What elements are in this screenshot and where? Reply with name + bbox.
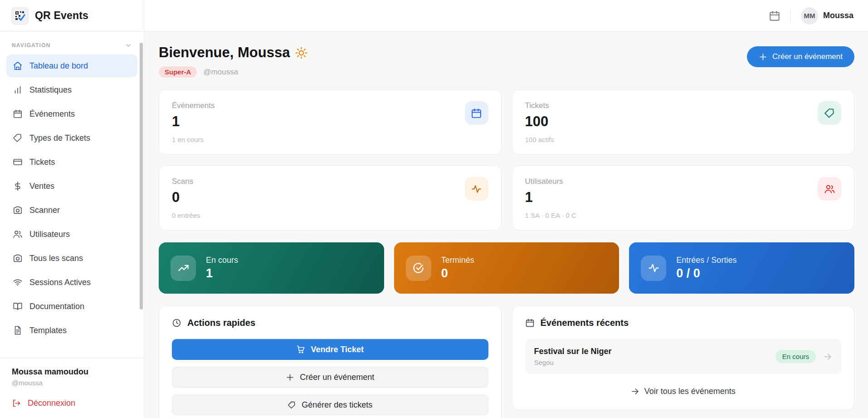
view-all-events-link[interactable]: Voir tous les événements [525,387,842,396]
nav-section-header[interactable]: NAVIGATION [6,39,137,54]
stat-label: Tickets [525,101,842,110]
banner-entrees-sorties: Entrées / Sorties 0 / 0 [629,242,854,294]
calendar-button[interactable] [769,10,780,22]
banner-en-cours: En cours 1 [159,242,384,294]
user-handle: @moussa [203,68,238,77]
event-list-item[interactable]: Festival sur le Niger Segou En cours [525,339,842,374]
greeting-text: Bienvenue, Moussa [159,44,290,61]
sidebar-item-tableau-de-bord[interactable]: Tableau de bord [6,54,137,77]
arrow-right-icon [631,387,639,396]
banner-value: 0 / 0 [676,266,736,280]
activity-icon [465,177,488,201]
banner-value: 1 [206,266,238,280]
qr-logo-icon [11,7,29,25]
sidebar-profile: Moussa mamoudou @moussa Déconnexion [0,358,144,418]
avatar: MM [801,7,818,25]
banner-value: 0 [441,266,474,280]
sidebar-item-evenements[interactable]: Événements [6,103,137,125]
generate-tickets-button[interactable]: Générer des tickets [172,394,488,415]
plus-icon [286,373,294,382]
app-logo: QR Events [0,0,144,32]
sidebar-item-templates[interactable]: Templates [6,319,137,342]
stat-label: Utilisateurs [525,177,842,186]
calendar-icon [525,318,535,328]
sidebar-item-label: Statistiques [29,85,72,95]
sidebar-item-scanner[interactable]: Scanner [6,199,137,221]
topbar-user-name: Moussa [823,11,853,20]
profile-name: Moussa mamoudou [12,367,132,377]
create-event-button[interactable]: Créer un événement [747,46,854,67]
sidebar-item-documentation[interactable]: Documentation [6,295,137,318]
sidebar-nav: NAVIGATION Tableau de bord Statistiques … [0,32,144,358]
sell-ticket-label: Vendre Ticket [311,345,364,354]
stat-value: 0 [172,189,488,206]
sidebar-item-statistiques[interactable]: Statistiques [6,79,137,101]
stat-value: 1 [525,189,842,206]
bottom-panels: Actions rapides Vendre Ticket Créer un é… [159,305,854,418]
sidebar-scrollbar[interactable] [140,43,143,310]
quick-actions-header: Actions rapides [172,318,488,328]
calendar-icon [13,109,23,119]
sidebar-item-sessions-actives[interactable]: Sessions Actives [6,271,137,294]
users-icon [818,177,841,201]
nav-section-label: NAVIGATION [12,42,51,49]
stat-sub: 0 entrées [172,211,488,219]
create-event-quick-button[interactable]: Créer un événement [172,367,488,388]
sidebar-item-ventes[interactable]: Ventes [6,175,137,197]
dollar-icon [13,181,23,191]
sidebar-item-utilisateurs[interactable]: Utilisateurs [6,223,137,246]
camera-icon [13,253,23,263]
cart-icon [296,345,305,354]
sidebar-item-label: Tableau de bord [29,61,88,71]
stat-card-utilisateurs: Utilisateurs 1 1 SA · 0 EA · 0 C [512,165,855,231]
logout-label: Déconnexion [28,398,75,408]
view-all-events-label: Voir tous les événements [644,387,736,396]
book-open-icon [13,301,23,311]
calendar-icon [769,10,780,22]
user-badges: Super-A @moussa [159,66,307,78]
page-title: Bienvenue, Moussa [159,44,307,61]
tag-icon [288,401,296,409]
arrow-right-icon[interactable] [823,352,832,361]
create-event-quick-label: Créer un événement [300,373,374,382]
role-badge: Super-A [159,66,197,78]
activity-icon [641,256,666,281]
calendar-icon [465,101,488,125]
stat-sub: 1 en cours [172,136,488,143]
user-menu[interactable]: MM Moussa [801,7,853,25]
wifi-icon [13,277,23,287]
tag-icon [13,133,23,143]
stat-value: 1 [172,113,488,130]
quick-actions-title: Actions rapides [187,318,255,328]
banner-termines: Terminés 0 [394,242,619,294]
create-event-label: Créer un événement [772,52,843,61]
users-icon [13,229,23,239]
stat-sub: 100 actifs [525,136,842,143]
sidebar-item-label: Scanner [29,206,60,215]
sidebar-item-label: Sessions Actives [29,278,91,287]
tag-icon [818,101,841,125]
topbar-divider [790,9,791,23]
sidebar-item-tous-les-scans[interactable]: Tous les scans [6,247,137,270]
logout-button[interactable]: Déconnexion [12,398,132,408]
logout-icon [12,398,21,408]
sidebar-item-label: Types de Tickets [29,133,90,143]
app-title: QR Events [35,10,88,22]
sidebar-item-label: Utilisateurs [29,230,70,239]
sidebar-item-label: Documentation [29,302,84,311]
sidebar-item-tickets[interactable]: Tickets [6,151,137,173]
stat-card-evenements: Événements 1 1 en cours [159,89,502,155]
status-banners: En cours 1 Terminés 0 [159,242,854,294]
profile-handle: @moussa [12,379,132,387]
home-icon [13,61,23,71]
sidebar-item-types-de-tickets[interactable]: Types de Tickets [6,127,137,149]
sun-icon [295,47,307,59]
sidebar-item-label: Événements [29,109,75,119]
stat-card-tickets: Tickets 100 100 actifs [512,89,855,155]
event-location: Segou [534,359,612,366]
sell-ticket-button[interactable]: Vendre Ticket [172,339,488,360]
dashboard-content: Bienvenue, Moussa Super-A @moussa Créer … [144,32,868,418]
app-root: QR Events NAVIGATION Tableau de bord Sta… [0,0,868,418]
stat-card-scans: Scans 0 0 entrées [159,165,502,231]
welcome-row: Bienvenue, Moussa Super-A @moussa Créer … [159,44,854,78]
